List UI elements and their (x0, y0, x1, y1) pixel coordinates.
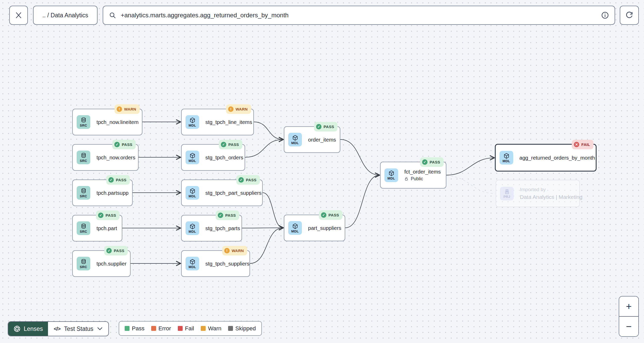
status-badge-label: WARN (124, 107, 136, 111)
node-label: fct_order_items (404, 169, 441, 175)
database-icon (80, 223, 87, 230)
legend-swatch-warn (201, 326, 206, 331)
node-labels: part_suppliers (308, 225, 341, 231)
refresh-button[interactable] (620, 6, 639, 25)
status-badge-warn: !WARN (222, 246, 247, 255)
chevron-down-icon (97, 327, 103, 331)
legend-swatch-pass (125, 326, 130, 331)
node-labels: order_items (308, 137, 336, 143)
search-input[interactable] (120, 11, 601, 19)
database-icon (80, 117, 87, 124)
breadcrumb[interactable]: .. / Data Analytics (33, 6, 98, 25)
node-label: tpch_now.lineitem (96, 119, 139, 125)
mdl-tile: MDL (186, 151, 199, 164)
pass-status-icon: ✓ (106, 248, 112, 253)
graph-node-tpch_part[interactable]: ✓PASSSRCtpch.part (72, 215, 122, 241)
legend-item-skipped: Skipped (228, 325, 256, 332)
zoom-out-button[interactable]: − (619, 316, 638, 336)
pass-status-icon: ✓ (238, 177, 244, 183)
legend-label: Skipped (235, 325, 256, 332)
status-badge-label: PASS (225, 213, 236, 217)
status-badge-label: PASS (116, 178, 126, 182)
warn-status-icon: ! (117, 106, 122, 112)
zoom-controls: + − (619, 296, 639, 337)
node-labels: stg_tpch_parts (205, 225, 240, 231)
status-badge-pass: ✓PASS (314, 122, 337, 131)
status-badge-pass: ✓PASS (112, 140, 136, 149)
graph-node-agg_returned_orders_by_month[interactable]: ✕FAILMDLagg_returned_orders_by_month (495, 144, 597, 172)
mdl-tile: MDL (186, 257, 199, 270)
edges-layer (0, 0, 644, 343)
node-label: tpch.partsupp (96, 190, 128, 196)
refresh-icon (625, 11, 633, 19)
warn-status-icon: ! (224, 248, 230, 253)
src-tile: SRC (77, 221, 90, 235)
access-row: Public (404, 176, 441, 182)
node-label: stg_tpch_parts (205, 225, 240, 231)
status-badge-pass: ✓PASS (216, 211, 239, 220)
graph-node-stg_tpch_suppliers[interactable]: !WARNMDLstg_tpch_suppliers (181, 250, 250, 277)
mdl-tile: MDL (288, 221, 302, 235)
info-icon[interactable] (601, 11, 609, 19)
lenses-button[interactable]: Lenses (8, 322, 48, 336)
tile-type-label: MDL (291, 229, 299, 233)
edge-stg_tpch_parts-to-part_suppliers (242, 228, 283, 228)
lens-selector[interactable]: </> Test Status (48, 322, 108, 336)
legend-item-pass: Pass (125, 325, 144, 332)
legend-item-warn: Warn (201, 325, 221, 332)
zoom-in-button[interactable]: + (619, 297, 638, 316)
graph-node-stg_tpch_line_items[interactable]: !WARNMDLstg_tpch_line_items (181, 109, 254, 135)
node-labels: fct_order_itemsPublic (404, 169, 441, 182)
graph-node-stg_tpch_part_suppliers[interactable]: ✓PASSMDLstg_tpch_part_suppliers (181, 180, 263, 206)
mdl-tile: MDL (186, 115, 199, 129)
status-badge-label: PASS (106, 213, 116, 217)
node-labels: tpch_now.orders (96, 154, 135, 161)
graph-node-order_items[interactable]: ✓PASSMDLorder_items (284, 126, 340, 153)
database-icon (80, 259, 87, 265)
mdl-tile: MDL (384, 168, 398, 182)
tile-type-label: SRC (80, 194, 87, 198)
tile-type-label: MDL (291, 141, 299, 145)
status-badge-warn: !WARN (115, 104, 140, 114)
src-tile: SRC (77, 115, 90, 129)
edge-stg_tpch_orders-to-order_items (245, 139, 283, 157)
graph-node-fct_order_items[interactable]: ✓PASSMDLfct_order_itemsPublic (380, 162, 446, 189)
mdl-tile: MDL (186, 186, 199, 200)
edge-stg_tpch_suppliers-to-part_suppliers (250, 228, 283, 263)
graph-node-stg_tpch_parts[interactable]: ✓PASSMDLstg_tpch_parts (181, 215, 242, 241)
status-badge-label: PASS (114, 248, 124, 253)
legend-swatch-fail (178, 326, 183, 331)
mdl-tile: MDL (288, 133, 302, 146)
graph-node-tpch_now_orders[interactable]: ✓PASSSRCtpch_now.orders (72, 144, 139, 171)
graph-node-tpch_partsupp[interactable]: ✓PASSSRCtpch.partsupp (72, 180, 133, 206)
node-label: tpch_now.orders (96, 154, 135, 161)
graph-node-stg_tpch_orders[interactable]: ✓PASSMDLstg_tpch_orders (181, 144, 245, 171)
status-badge-warn: !WARN (226, 104, 251, 114)
edge-stg_tpch_line_items-to-order_items (254, 122, 283, 139)
pass-status-icon: ✓ (422, 159, 428, 165)
node-labels: tpch_now.lineitem (96, 119, 139, 125)
status-badge-label: PASS (228, 142, 239, 147)
edge-fct_order_items-to-agg_returned_orders_by_month (446, 158, 494, 175)
status-badge-label: PASS (122, 142, 132, 147)
graph-node-part_suppliers[interactable]: ✓PASSMDLpart_suppliers (284, 215, 345, 241)
graph-node-tpch_now_lineitem[interactable]: !WARNSRCtpch_now.lineitem (72, 109, 142, 135)
access-label: Public (411, 176, 423, 182)
aperture-icon (13, 325, 21, 332)
close-button[interactable] (9, 6, 28, 25)
status-badge-label: PASS (430, 160, 440, 164)
status-badge-label: PASS (328, 213, 339, 217)
tile-type-label: MDL (388, 176, 395, 180)
lens-selected-label: Test Status (64, 325, 93, 332)
status-badge-label: WARN (232, 248, 244, 253)
cube-icon (189, 117, 196, 124)
node-labels: tpch.part (96, 225, 117, 231)
tile-type-label: SRC (80, 265, 87, 269)
test-status-legend: PassErrorFailWarnSkipped (119, 321, 262, 336)
lens-control-group: Lenses </> Test Status (8, 321, 109, 336)
pass-status-icon: ✓ (316, 124, 321, 129)
graph-node-tpch_supplier[interactable]: ✓PASSSRCtpch.supplier (72, 250, 131, 277)
tile-type-label: MDL (189, 194, 196, 198)
graph-node-imported_by_project: PRJImported byData Analytics | Marketing (496, 180, 580, 207)
node-labels: agg_returned_orders_by_month (519, 155, 595, 161)
